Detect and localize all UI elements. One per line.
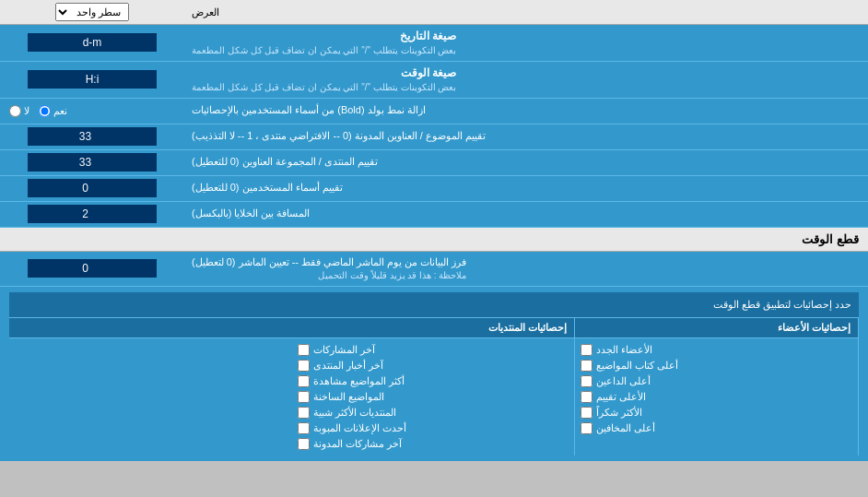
topic-order-input[interactable]: 33 xyxy=(28,127,157,146)
col-header-forums: إحصائيات المنتديات xyxy=(292,318,576,337)
radio-no[interactable] xyxy=(9,105,21,117)
col-header-empty xyxy=(9,318,292,337)
time-format-input-cell: H:i xyxy=(0,62,184,98)
forum-order-input[interactable]: 33 xyxy=(28,153,157,172)
cb-top-watchers: أعلى المخافين xyxy=(581,420,852,436)
date-format-row: صيغة التاريخ بعض التكوينات يتطلب "/" الت… xyxy=(0,25,868,62)
cell-spacing-input[interactable]: 2 xyxy=(28,205,157,223)
members-col: الأعضاء الجدد أعلى كتاب المواضيع أعلى ال… xyxy=(575,338,859,456)
forums-col: آخر المشاركات آخر أخبار المنتدى أكثر الم… xyxy=(292,338,576,456)
limit-row: حدد إحصائيات لتطبيق قطع الوقت xyxy=(9,292,859,318)
cb-last-posts: آخر المشاركات xyxy=(298,342,569,358)
time-format-input[interactable]: H:i xyxy=(28,70,157,89)
cut-time-label: فرز البيانات من يوم الماشر الماضي فقط --… xyxy=(184,252,868,286)
usernames-order-input-cell: 0 xyxy=(0,176,184,201)
forum-order-row: تقييم المنتدى / المجموعة العناوين (0 للت… xyxy=(0,150,868,176)
date-format-label: صيغة التاريخ بعض التكوينات يتطلب "/" الت… xyxy=(184,25,868,61)
radio-yes-text: نعم xyxy=(53,105,67,117)
cb-hot-topics-check[interactable] xyxy=(298,391,310,403)
limit-label: حدد إحصائيات لتطبيق قطع الوقت xyxy=(9,295,859,314)
cb-most-similar-forums-check[interactable] xyxy=(298,407,310,419)
topic-order-row: تقييم الموضوع / العناوين المدونة (0 -- ا… xyxy=(0,124,868,150)
cb-top-inviters-check[interactable] xyxy=(581,375,592,387)
checkbox-headers: إحصائيات الأعضاء إحصائيات المنتديات xyxy=(9,318,859,338)
cb-top-rated: الأعلى تقييم xyxy=(581,389,852,405)
cb-most-thanks: الأكثر شكراً xyxy=(581,405,852,420)
empty-col xyxy=(9,338,292,456)
cut-time-row: فرز البيانات من يوم الماشر الماضي فقط --… xyxy=(0,252,868,287)
cell-spacing-input-cell: 2 xyxy=(0,202,184,227)
cb-top-rated-check[interactable] xyxy=(581,391,592,403)
time-format-row: صيغة الوقت بعض التكوينات يتطلب "/" التي … xyxy=(0,62,868,99)
date-format-input[interactable]: d-m xyxy=(28,33,157,52)
cut-time-input[interactable]: 0 xyxy=(28,259,157,278)
cb-new-members-check[interactable] xyxy=(581,344,592,356)
bold-remove-radio-cell: نعم لا xyxy=(0,99,184,124)
cb-last-posts-check[interactable] xyxy=(298,344,310,356)
cb-new-members: الأعضاء الجدد xyxy=(581,342,852,358)
cell-spacing-label: المسافة بين الخلايا (بالبكسل) xyxy=(184,202,868,227)
cb-hot-topics-label: المواضيع الساخنة xyxy=(313,391,384,403)
cb-top-topic-writers-check[interactable] xyxy=(581,360,592,372)
col-header-members: إحصائيات الأعضاء xyxy=(575,318,859,337)
checkboxes-section: حدد إحصائيات لتطبيق قطع الوقت إحصائيات ا… xyxy=(0,287,868,461)
bold-remove-label: ازالة نمط بولد (Bold) من أسماء المستخدمي… xyxy=(184,99,868,124)
cell-spacing-row: المسافة بين الخلايا (بالبكسل) 2 xyxy=(0,202,868,228)
cb-last-posts-label: آخر المشاركات xyxy=(313,344,375,356)
checkbox-columns: الأعضاء الجدد أعلى كتاب المواضيع أعلى ال… xyxy=(9,338,859,456)
cb-most-thanks-check[interactable] xyxy=(581,407,592,419)
time-format-label: صيغة الوقت بعض التكوينات يتطلب "/" التي … xyxy=(184,62,868,98)
cb-forum-news-label: آخر أخبار المنتدى xyxy=(313,360,383,372)
cb-most-viewed-label: أكثر المواضيع مشاهدة xyxy=(313,375,405,387)
cb-latest-ads-label: أحدث الإعلانات المبوبة xyxy=(313,422,406,434)
cb-forum-news: آخر أخبار المنتدى xyxy=(298,358,569,373)
usernames-order-row: تقييم أسماء المستخدمين (0 للتعطيل) 0 xyxy=(0,176,868,202)
cb-most-viewed: أكثر المواضيع مشاهدة xyxy=(298,373,569,389)
cb-top-watchers-label: أعلى المخافين xyxy=(596,422,655,434)
topic-order-label: تقييم الموضوع / العناوين المدونة (0 -- ا… xyxy=(184,124,868,149)
display-label: العرض xyxy=(184,0,868,24)
cb-latest-ads-check[interactable] xyxy=(298,422,310,434)
radio-yes-label[interactable]: نعم xyxy=(39,105,67,117)
display-select[interactable]: سطر واحد سطرين ثلاثة أسطر xyxy=(55,3,129,21)
forum-order-label: تقييم المنتدى / المجموعة العناوين (0 للت… xyxy=(184,150,868,175)
cb-most-viewed-check[interactable] xyxy=(298,375,310,387)
radio-yes[interactable] xyxy=(39,105,51,117)
cb-top-inviters: أعلى الداعين xyxy=(581,373,852,389)
cb-new-members-label: الأعضاء الجدد xyxy=(596,344,652,356)
cb-blog-posts-check[interactable] xyxy=(298,438,310,450)
usernames-order-label: تقييم أسماء المستخدمين (0 للتعطيل) xyxy=(184,176,868,201)
cb-blog-posts-label: آخر مشاركات المدونة xyxy=(313,438,402,450)
cut-time-input-cell: 0 xyxy=(0,252,184,286)
cb-most-similar-forums-label: المنتديات الأكثر شبية xyxy=(313,407,396,419)
radio-no-text: لا xyxy=(24,105,29,117)
cb-most-similar-forums: المنتديات الأكثر شبية xyxy=(298,405,569,420)
cut-time-header: قطع الوقت xyxy=(0,228,868,252)
cb-blog-posts: آخر مشاركات المدونة xyxy=(298,436,569,452)
cb-top-inviters-label: أعلى الداعين xyxy=(596,375,651,387)
display-row: العرض سطر واحد سطرين ثلاثة أسطر xyxy=(0,0,868,25)
forum-order-input-cell: 33 xyxy=(0,150,184,175)
cb-hot-topics: المواضيع الساخنة xyxy=(298,389,569,405)
cb-forum-news-check[interactable] xyxy=(298,360,310,372)
cb-latest-ads: أحدث الإعلانات المبوبة xyxy=(298,420,569,436)
usernames-order-input[interactable]: 0 xyxy=(28,179,157,197)
topic-order-input-cell: 33 xyxy=(0,124,184,149)
display-select-cell: سطر واحد سطرين ثلاثة أسطر xyxy=(0,0,184,24)
radio-no-label[interactable]: لا xyxy=(9,105,29,117)
cb-top-watchers-check[interactable] xyxy=(581,422,592,434)
cb-top-topic-writers: أعلى كتاب المواضيع xyxy=(581,358,852,373)
cb-top-topic-writers-label: أعلى كتاب المواضيع xyxy=(596,360,678,372)
cb-top-rated-label: الأعلى تقييم xyxy=(596,391,646,403)
date-format-input-cell: d-m xyxy=(0,25,184,61)
main-container: صيغة التاريخ بعض التكوينات يتطلب "/" الت… xyxy=(0,25,868,461)
bold-remove-row: ازالة نمط بولد (Bold) من أسماء المستخدمي… xyxy=(0,99,868,124)
cb-most-thanks-label: الأكثر شكراً xyxy=(596,407,642,419)
